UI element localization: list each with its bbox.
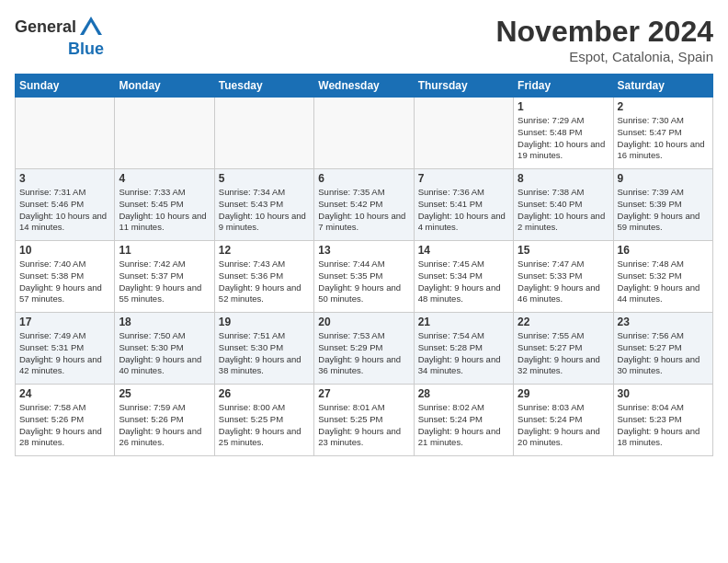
day-info: Sunrise: 8:00 AM Sunset: 5:25 PM Dayligh…: [219, 402, 310, 449]
table-row: 29Sunrise: 8:03 AM Sunset: 5:24 PM Dayli…: [514, 385, 613, 456]
day-info: Sunrise: 8:03 AM Sunset: 5:24 PM Dayligh…: [518, 402, 609, 449]
day-info: Sunrise: 7:56 AM Sunset: 5:27 PM Dayligh…: [618, 330, 709, 377]
table-row: 5Sunrise: 7:34 AM Sunset: 5:43 PM Daylig…: [214, 169, 313, 241]
location: Espot, Catalonia, Spain: [495, 49, 713, 64]
col-monday: Monday: [115, 75, 214, 98]
day-info: Sunrise: 7:43 AM Sunset: 5:36 PM Dayligh…: [219, 259, 310, 305]
month-title: November 2024: [495, 15, 713, 49]
day-info: Sunrise: 7:44 AM Sunset: 5:35 PM Dayligh…: [318, 259, 409, 305]
day-number: 1: [518, 100, 609, 113]
table-row: 1Sunrise: 7:29 AM Sunset: 5:48 PM Daylig…: [514, 98, 613, 169]
table-row: [414, 98, 513, 169]
col-tuesday: Tuesday: [214, 75, 313, 98]
day-number: 16: [618, 244, 709, 257]
table-row: 3Sunrise: 7:31 AM Sunset: 5:46 PM Daylig…: [16, 169, 115, 241]
day-number: 4: [119, 172, 210, 185]
day-info: Sunrise: 7:49 AM Sunset: 5:31 PM Dayligh…: [19, 330, 110, 377]
col-saturday: Saturday: [613, 75, 712, 98]
day-info: Sunrise: 7:34 AM Sunset: 5:43 PM Dayligh…: [219, 187, 310, 234]
table-row: 9Sunrise: 7:39 AM Sunset: 5:39 PM Daylig…: [613, 169, 712, 241]
table-row: 13Sunrise: 7:44 AM Sunset: 5:35 PM Dayli…: [314, 241, 414, 313]
day-number: 22: [518, 316, 609, 328]
day-info: Sunrise: 7:58 AM Sunset: 5:26 PM Dayligh…: [19, 402, 110, 449]
day-number: 7: [418, 172, 509, 185]
day-number: 25: [119, 387, 210, 400]
table-row: 20Sunrise: 7:53 AM Sunset: 5:29 PM Dayli…: [314, 313, 414, 385]
logo-blue-text: Blue: [68, 40, 104, 59]
table-row: 22Sunrise: 7:55 AM Sunset: 5:27 PM Dayli…: [514, 313, 613, 385]
table-row: 4Sunrise: 7:33 AM Sunset: 5:45 PM Daylig…: [115, 169, 214, 241]
day-number: 5: [219, 172, 310, 185]
day-number: 3: [19, 172, 110, 185]
day-info: Sunrise: 7:33 AM Sunset: 5:45 PM Dayligh…: [119, 187, 210, 234]
table-row: 11Sunrise: 7:42 AM Sunset: 5:37 PM Dayli…: [115, 241, 214, 313]
header-row: Sunday Monday Tuesday Wednesday Thursday…: [16, 75, 713, 98]
day-info: Sunrise: 7:35 AM Sunset: 5:42 PM Dayligh…: [318, 187, 409, 234]
day-number: 27: [318, 387, 409, 400]
day-number: 10: [19, 244, 110, 257]
day-number: 21: [418, 316, 509, 328]
table-row: 26Sunrise: 8:00 AM Sunset: 5:25 PM Dayli…: [214, 385, 313, 456]
table-row: 15Sunrise: 7:47 AM Sunset: 5:33 PM Dayli…: [514, 241, 613, 313]
day-number: 23: [618, 316, 709, 328]
day-info: Sunrise: 7:50 AM Sunset: 5:30 PM Dayligh…: [119, 330, 210, 377]
day-number: 19: [219, 316, 310, 328]
table-row: 16Sunrise: 7:48 AM Sunset: 5:32 PM Dayli…: [613, 241, 712, 313]
day-info: Sunrise: 7:47 AM Sunset: 5:33 PM Dayligh…: [518, 259, 609, 305]
table-row: 2Sunrise: 7:30 AM Sunset: 5:47 PM Daylig…: [613, 98, 712, 169]
table-row: 28Sunrise: 8:02 AM Sunset: 5:24 PM Dayli…: [414, 385, 513, 456]
day-number: 17: [19, 316, 110, 328]
table-row: 21Sunrise: 7:54 AM Sunset: 5:28 PM Dayli…: [414, 313, 513, 385]
day-info: Sunrise: 7:51 AM Sunset: 5:30 PM Dayligh…: [219, 330, 310, 377]
day-info: Sunrise: 7:59 AM Sunset: 5:26 PM Dayligh…: [119, 402, 210, 449]
table-row: 17Sunrise: 7:49 AM Sunset: 5:31 PM Dayli…: [16, 313, 115, 385]
day-info: Sunrise: 8:02 AM Sunset: 5:24 PM Dayligh…: [418, 402, 509, 449]
table-row: [16, 98, 115, 169]
table-row: 18Sunrise: 7:50 AM Sunset: 5:30 PM Dayli…: [115, 313, 214, 385]
day-number: 20: [318, 316, 409, 328]
table-row: 7Sunrise: 7:36 AM Sunset: 5:41 PM Daylig…: [414, 169, 513, 241]
calendar-row: 3Sunrise: 7:31 AM Sunset: 5:46 PM Daylig…: [16, 169, 713, 241]
table-row: 19Sunrise: 7:51 AM Sunset: 5:30 PM Dayli…: [214, 313, 313, 385]
day-info: Sunrise: 7:29 AM Sunset: 5:48 PM Dayligh…: [518, 115, 609, 162]
col-wednesday: Wednesday: [314, 75, 414, 98]
table-row: 10Sunrise: 7:40 AM Sunset: 5:38 PM Dayli…: [16, 241, 115, 313]
day-number: 26: [219, 387, 310, 400]
day-number: 8: [518, 172, 609, 185]
day-number: 24: [19, 387, 110, 400]
day-number: 14: [418, 244, 509, 257]
header: General Blue November 2024 Espot, Catalo…: [15, 15, 713, 64]
day-info: Sunrise: 7:36 AM Sunset: 5:41 PM Dayligh…: [418, 187, 509, 234]
day-number: 28: [418, 387, 509, 400]
page: General Blue November 2024 Espot, Catalo…: [0, 0, 728, 465]
logo-general-text: General: [15, 18, 76, 37]
table-row: 6Sunrise: 7:35 AM Sunset: 5:42 PM Daylig…: [314, 169, 414, 241]
table-row: [214, 98, 313, 169]
day-info: Sunrise: 7:42 AM Sunset: 5:37 PM Dayligh…: [119, 259, 210, 305]
day-info: Sunrise: 7:48 AM Sunset: 5:32 PM Dayligh…: [618, 259, 709, 305]
day-number: 18: [119, 316, 210, 328]
day-info: Sunrise: 7:39 AM Sunset: 5:39 PM Dayligh…: [618, 187, 709, 234]
table-row: 30Sunrise: 8:04 AM Sunset: 5:23 PM Dayli…: [613, 385, 712, 456]
calendar-table: Sunday Monday Tuesday Wednesday Thursday…: [15, 74, 713, 456]
title-block: November 2024 Espot, Catalonia, Spain: [495, 15, 713, 64]
col-friday: Friday: [514, 75, 613, 98]
day-info: Sunrise: 7:55 AM Sunset: 5:27 PM Dayligh…: [518, 330, 609, 377]
calendar-row: 17Sunrise: 7:49 AM Sunset: 5:31 PM Dayli…: [16, 313, 713, 385]
day-info: Sunrise: 7:31 AM Sunset: 5:46 PM Dayligh…: [19, 187, 110, 234]
day-number: 11: [119, 244, 210, 257]
table-row: [115, 98, 214, 169]
day-info: Sunrise: 7:54 AM Sunset: 5:28 PM Dayligh…: [418, 330, 509, 377]
table-row: 23Sunrise: 7:56 AM Sunset: 5:27 PM Dayli…: [613, 313, 712, 385]
day-number: 9: [618, 172, 709, 185]
day-info: Sunrise: 7:53 AM Sunset: 5:29 PM Dayligh…: [318, 330, 409, 377]
logo-icon: [78, 15, 104, 40]
calendar-row: 1Sunrise: 7:29 AM Sunset: 5:48 PM Daylig…: [16, 98, 713, 169]
day-info: Sunrise: 8:01 AM Sunset: 5:25 PM Dayligh…: [318, 402, 409, 449]
day-number: 2: [618, 100, 709, 113]
table-row: [314, 98, 414, 169]
day-number: 6: [318, 172, 409, 185]
day-number: 12: [219, 244, 310, 257]
col-sunday: Sunday: [16, 75, 115, 98]
day-info: Sunrise: 8:04 AM Sunset: 5:23 PM Dayligh…: [618, 402, 709, 449]
